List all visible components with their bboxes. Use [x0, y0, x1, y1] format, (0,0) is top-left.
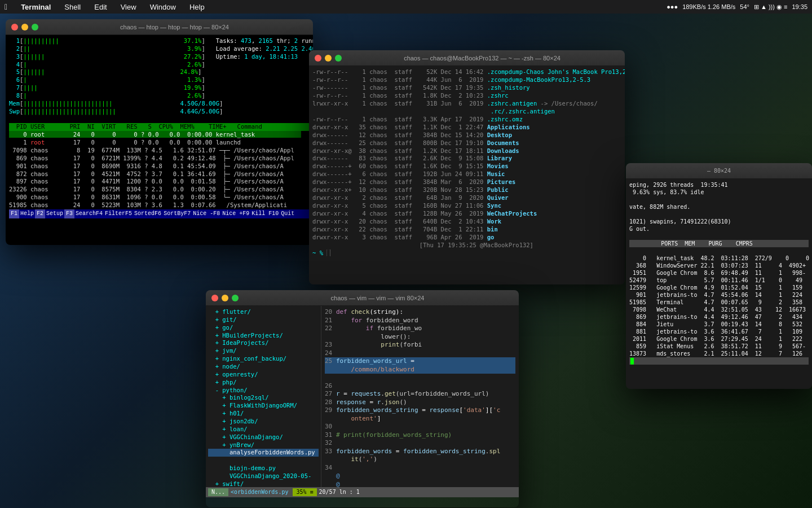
- htop-content: 1[|||||||||| 37.1%] Tasks: 473, 2165 thr…: [6, 35, 313, 245]
- vim-percent: 35% ≡: [293, 488, 316, 496]
- top-title: — 80×24: [632, 168, 806, 174]
- menu-terminal[interactable]: Terminal: [19, 3, 53, 11]
- menu-help[interactable]: Help: [187, 3, 207, 11]
- htop-titlebar: chaos — htop — htop — htop — 80×24: [6, 19, 313, 35]
- vim-content: + flutter/ + git/ + go/ + HBuilderProjec…: [206, 306, 519, 497]
- top-titlebar: — 80×24: [626, 163, 812, 179]
- menu-bar-left:  Terminal Shell Edit View Window Help: [5, 2, 207, 11]
- network-speed: 189KB/s 1.26 MB/s: [682, 3, 735, 10]
- zsh-titlebar: chaos — chaos@MacBookPro132 — ~ — -zsh —…: [309, 50, 625, 66]
- menu-window[interactable]: Window: [148, 3, 178, 11]
- vim-filename: <orbiddenWords.py: [231, 488, 288, 496]
- vim-title: chaos — vim — vim — vim 80×24: [242, 295, 513, 301]
- zsh-content: -rw-r--r-- 1 chaos staff 52K Dec 14 16:4…: [309, 66, 625, 284]
- zsh-min-button[interactable]: [325, 55, 332, 62]
- zsh-max-button[interactable]: [335, 55, 342, 62]
- zsh-close-button[interactable]: [315, 55, 321, 62]
- zsh-title: chaos — chaos@MacBookPro132 — ~ — -zsh —…: [345, 55, 619, 62]
- menu-bar:  Terminal Shell Edit View Window Help ●…: [0, 0, 812, 14]
- vim-max-button[interactable]: [232, 295, 239, 301]
- menu-shell[interactable]: Shell: [62, 3, 83, 11]
- minimize-button[interactable]: [21, 24, 28, 30]
- menu-bar-right: ●●● 189KB/s 1.26 MB/s 54° ⊞ ▲ ))) ◉ ≡ 19…: [667, 3, 807, 11]
- top-content: eping, 2926 threads 19:35:41 9.63% sys, …: [626, 179, 812, 389]
- apple-menu[interactable]: : [5, 2, 7, 11]
- battery-temp: 54°: [740, 3, 749, 10]
- top-window[interactable]: — 80×24 eping, 2926 threads 19:35:41 9.6…: [626, 163, 812, 389]
- clock: 19:35: [792, 3, 807, 10]
- htop-window[interactable]: chaos — htop — htop — htop — 80×24 1[|||…: [6, 19, 313, 245]
- maximize-button[interactable]: [32, 24, 38, 30]
- close-button[interactable]: [11, 24, 18, 30]
- vim-mode: N...: [208, 488, 228, 496]
- zsh-window[interactable]: chaos — chaos@MacBookPro132 — ~ — -zsh —…: [309, 50, 625, 284]
- vim-window[interactable]: chaos — vim — vim — vim 80×24 + flutter/…: [206, 290, 519, 507]
- vim-close-button[interactable]: [211, 295, 218, 301]
- system-icons: ⊞ ▲ ))) ◉ ≡: [754, 3, 788, 11]
- vim-min-button[interactable]: [222, 295, 228, 301]
- menu-edit[interactable]: Edit: [92, 3, 109, 11]
- desktop: chaos — htop — htop — htop — 80×24 1[|||…: [0, 14, 812, 508]
- htop-title: chaos — htop — htop — htop — 80×24: [42, 24, 307, 30]
- network-indicator: ●●●: [667, 3, 678, 10]
- htop-function-keys: F1Help F2Setup F3SearchF4FilterF5SortedF…: [9, 209, 310, 218]
- vim-titlebar: chaos — vim — vim — vim 80×24: [206, 290, 519, 306]
- vim-position: 20/57 ln : 1: [319, 488, 360, 496]
- menu-view[interactable]: View: [118, 3, 139, 11]
